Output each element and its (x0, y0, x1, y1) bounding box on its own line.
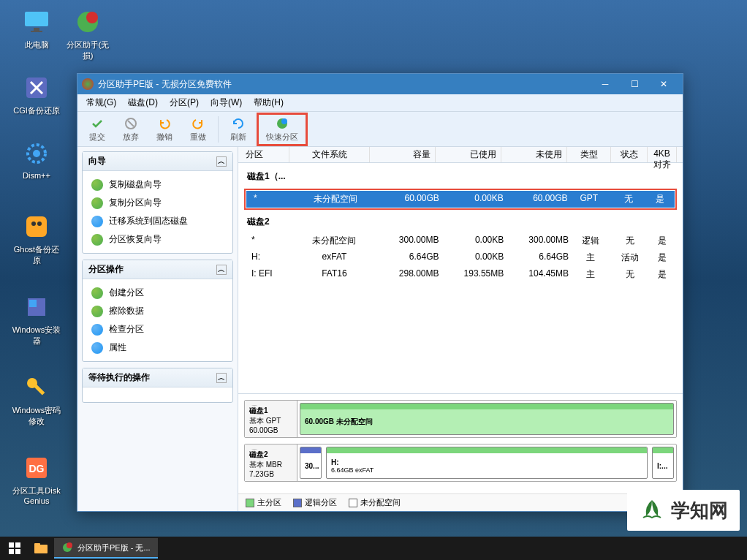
desktop-icon-wininstall[interactable]: Windows安装器 (11, 292, 62, 347)
table-header: 分区 文件系统 容量 已使用 未使用 类型 状态 4KB对齐 (238, 147, 683, 163)
leaf-icon (639, 497, 665, 523)
legend: 主分区 逻辑分区 未分配空间 (238, 493, 683, 511)
toolbar-refresh[interactable]: 刷新 (223, 115, 254, 144)
table-row[interactable]: I: EFIFAT16298.00MB193.55MB104.45MB主无是 (244, 266, 677, 283)
legend-logical: 逻辑分区 (293, 497, 337, 508)
toolbar: 提交 放弃 撤销 重做 刷新 快速分区 (77, 112, 683, 147)
disk1-info: 磁盘1基本 GPT60.00GB (245, 401, 297, 437)
panel-ops-title: 分区操作 (88, 263, 124, 276)
panel-pending: 等待执行的操作︿ (82, 368, 233, 403)
collapse-icon[interactable]: ︿ (216, 265, 227, 275)
sidebar-create-partition[interactable]: 创建分区 (87, 284, 228, 302)
svg-rect-0 (25, 12, 48, 26)
titlebar[interactable]: 分区助手PE版 - 无损分区免费软件 ─ ☐ ✕ (77, 74, 683, 94)
toolbar-separator (218, 116, 219, 143)
svg-rect-26 (15, 549, 20, 554)
menubar: 常规(G) 磁盘(D) 分区(P) 向导(W) 帮助(H) (77, 94, 683, 112)
taskbar: 分区助手PE版 - 无... (0, 537, 747, 560)
seg-primary-i[interactable]: I:... (652, 447, 674, 479)
desktop-icon-cgi[interactable]: CGI备份还原 (11, 73, 62, 116)
close-button[interactable]: ✕ (649, 74, 678, 94)
app-icon (82, 78, 94, 90)
desktop-icon-partition[interactable]: 分区助手(无损) (62, 7, 113, 61)
desktop-icon-password[interactable]: Windows密码修改 (11, 373, 62, 427)
table-row[interactable]: H:exFAT6.64GB0.00KB6.64GB主活动是 (244, 249, 677, 266)
disk2-title[interactable]: 磁盘2 (244, 211, 677, 232)
menu-help[interactable]: 帮助(H) (248, 95, 289, 110)
sidebar: 向导︿ 复制磁盘向导 复制分区向导 迁移系统到固态磁盘 分区恢复向导 分区操作︿… (77, 147, 238, 511)
menu-wizard[interactable]: 向导(W) (205, 95, 248, 110)
svg-line-18 (128, 121, 134, 126)
svg-rect-12 (29, 300, 37, 307)
table-row[interactable]: *未分配空间300.00MB0.00KB300.00MB逻辑无是 (244, 232, 677, 249)
svg-rect-25 (9, 549, 14, 554)
svg-rect-23 (9, 542, 14, 548)
sidebar-wipe-data[interactable]: 擦除数据 (87, 302, 228, 320)
start-button[interactable] (0, 537, 29, 560)
panel-wizard: 向导︿ 复制磁盘向导 复制分区向导 迁移系统到固态磁盘 分区恢复向导 (82, 151, 233, 254)
taskbar-explorer[interactable] (29, 538, 53, 559)
table-row[interactable]: *未分配空间60.00GB0.00KB60.00GBGPT无是 (246, 191, 675, 208)
svg-rect-24 (15, 542, 20, 548)
partition-list: 磁盘1（... *未分配空间60.00GB0.00KB60.00GBGPT无是 … (238, 163, 683, 393)
minimize-button[interactable]: ─ (591, 74, 620, 94)
wizard-icon (91, 234, 103, 246)
seg-primary-h[interactable]: H:6.64GB exFAT (326, 447, 648, 479)
svg-rect-28 (34, 543, 40, 546)
toolbar-apply[interactable]: 提交 (82, 115, 113, 144)
desktop-icon-this-pc[interactable]: 此电脑 (11, 7, 62, 50)
desktop-icon-ghost[interactable]: Ghost备份还原 (11, 212, 62, 266)
disk2-info: 磁盘2基本 MBR7.23GB (245, 444, 297, 481)
toolbar-redo[interactable]: 重做 (183, 115, 213, 144)
wizard-icon (91, 179, 103, 191)
op-icon (91, 306, 103, 317)
sidebar-copy-disk[interactable]: 复制磁盘向导 (87, 175, 228, 194)
disk2-block[interactable]: 磁盘2基本 MBR7.23GB 30... H:6.64GB exFAT I:.… (244, 444, 677, 482)
disk1-title[interactable]: 磁盘1（... (244, 166, 677, 187)
toolbar-quick-partition[interactable]: 快速分区 (259, 115, 306, 144)
app-window: 分区助手PE版 - 无损分区免费软件 ─ ☐ ✕ 常规(G) 磁盘(D) 分区(… (77, 73, 683, 512)
svg-point-4 (86, 12, 98, 23)
sidebar-properties[interactable]: 属性 (87, 338, 228, 357)
maximize-button[interactable]: ☐ (620, 74, 649, 94)
seg-unallocated[interactable]: 60.00GB 未分配空间 (300, 403, 674, 435)
svg-text:DG: DG (29, 463, 45, 474)
watermark: 学知网 (627, 490, 740, 531)
disk-visual: 磁盘1基本 GPT60.00GB 60.00GB 未分配空间 磁盘2基本 MBR… (238, 393, 683, 493)
op-icon (91, 287, 103, 299)
sidebar-copy-partition[interactable]: 复制分区向导 (87, 194, 228, 212)
op-icon (91, 342, 103, 354)
toolbar-undo[interactable]: 撤销 (149, 115, 180, 144)
svg-rect-1 (34, 28, 39, 31)
sidebar-check-partition[interactable]: 检查分区 (87, 320, 228, 338)
wizard-icon (91, 216, 103, 227)
svg-point-7 (33, 150, 40, 157)
menu-partition[interactable]: 分区(P) (164, 95, 205, 110)
svg-point-20 (281, 118, 287, 124)
svg-point-30 (67, 542, 72, 548)
menu-general[interactable]: 常规(G) (80, 95, 122, 110)
toolbar-discard[interactable]: 放弃 (115, 115, 146, 144)
legend-unalloc: 未分配空间 (349, 497, 401, 508)
svg-rect-2 (31, 31, 42, 32)
disk1-block[interactable]: 磁盘1基本 GPT60.00GB 60.00GB 未分配空间 (244, 400, 677, 438)
taskbar-app[interactable]: 分区助手PE版 - 无... (54, 538, 158, 559)
sidebar-migrate-ssd[interactable]: 迁移系统到固态磁盘 (87, 212, 228, 230)
svg-point-9 (31, 222, 36, 226)
menu-disk[interactable]: 磁盘(D) (122, 95, 164, 110)
collapse-icon[interactable]: ︿ (216, 156, 227, 167)
desktop-icon-diskgenius[interactable]: DG分区工具DiskGenius (11, 453, 62, 505)
panel-ops: 分区操作︿ 创建分区 擦除数据 检查分区 属性 (82, 260, 233, 362)
window-title: 分区助手PE版 - 无损分区免费软件 (98, 78, 591, 91)
svg-rect-14 (34, 385, 45, 396)
main-content: 分区 文件系统 容量 已使用 未使用 类型 状态 4KB对齐 磁盘1（... *… (238, 147, 683, 511)
panel-pending-title: 等待执行的操作 (88, 371, 150, 384)
collapse-icon[interactable]: ︿ (216, 373, 227, 383)
seg-logical[interactable]: 30... (300, 447, 322, 479)
op-icon (91, 324, 103, 336)
legend-primary: 主分区 (246, 497, 281, 508)
svg-rect-8 (26, 216, 47, 237)
sidebar-recover-partition[interactable]: 分区恢复向导 (87, 230, 228, 249)
wizard-icon (91, 197, 103, 209)
desktop-icon-dism[interactable]: Dism++ (11, 139, 62, 180)
